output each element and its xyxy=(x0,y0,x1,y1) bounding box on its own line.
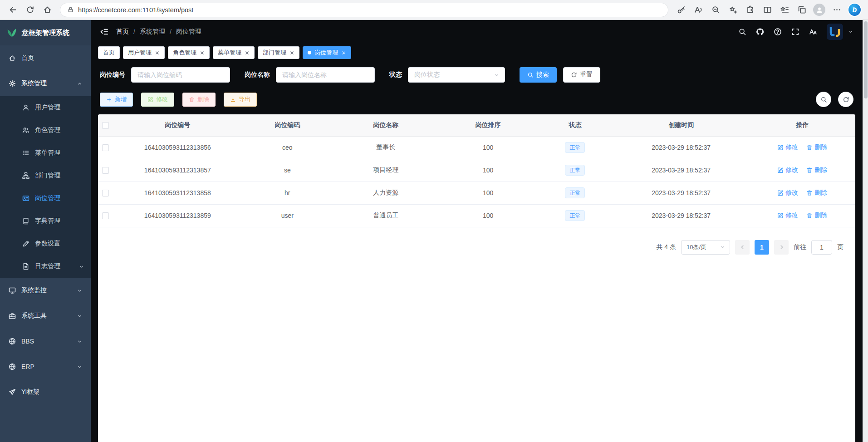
reset-button-icon xyxy=(571,72,577,78)
status-select[interactable]: 岗位状态 xyxy=(408,67,505,83)
reset-button[interactable]: 重置 xyxy=(563,67,600,83)
sidebar-item[interactable]: ERP xyxy=(0,354,91,379)
sidebar-item[interactable]: 系统管理 xyxy=(0,71,91,96)
tab-item[interactable]: 用户管理 xyxy=(123,46,165,59)
sidebar-item-label: 角色管理 xyxy=(35,126,60,134)
row-delete-button[interactable]: 删除 xyxy=(806,143,827,152)
goto-page-input[interactable] xyxy=(811,240,832,255)
tab-item[interactable]: 角色管理 xyxy=(168,46,210,59)
home-icon xyxy=(8,54,16,62)
close-icon[interactable] xyxy=(341,50,346,55)
back-icon[interactable] xyxy=(5,2,21,18)
row-edit-button[interactable]: 修改 xyxy=(777,211,798,220)
search-button[interactable]: 搜索 xyxy=(520,67,557,83)
edit-icon xyxy=(777,144,784,151)
sidebar-item[interactable]: 菜单管理 xyxy=(0,142,91,164)
row-checkbox[interactable] xyxy=(102,144,109,151)
help-icon[interactable] xyxy=(774,28,782,36)
favorites-bar-icon[interactable] xyxy=(776,2,793,18)
github-icon[interactable] xyxy=(756,28,764,36)
row-checkbox[interactable] xyxy=(102,167,109,174)
fullscreen-icon[interactable] xyxy=(791,28,799,36)
sidebar-item[interactable]: 首页 xyxy=(0,45,91,71)
font-size-icon[interactable] xyxy=(809,28,817,36)
toggle-search-button[interactable] xyxy=(816,92,831,107)
sidebar-item[interactable]: 字典管理 xyxy=(0,210,91,232)
export-button[interactable]: 导出 xyxy=(224,93,257,107)
page-size-select[interactable]: 10条/页 xyxy=(681,240,730,255)
sidebar-item[interactable]: 岗位管理 xyxy=(0,187,91,210)
post-name-input[interactable] xyxy=(276,67,375,83)
avatar-caret-icon[interactable] xyxy=(848,29,853,34)
row-delete-button[interactable]: 删除 xyxy=(806,189,827,197)
header-search-icon[interactable] xyxy=(738,28,746,36)
add-button[interactable]: 新增 xyxy=(100,93,133,107)
split-screen-icon[interactable] xyxy=(759,2,775,18)
breadcrumb-item[interactable]: 系统管理 xyxy=(140,28,165,36)
sidebar-item[interactable]: 参数设置 xyxy=(0,232,91,255)
close-icon[interactable] xyxy=(200,50,205,55)
tab-item[interactable]: 首页 xyxy=(98,46,120,59)
row-delete-button[interactable]: 删除 xyxy=(806,211,827,220)
prev-page-button[interactable] xyxy=(735,240,750,255)
sidebar-item[interactable]: 系统监控 xyxy=(0,278,91,303)
browser-profile-avatar[interactable] xyxy=(813,4,825,16)
collections-icon[interactable] xyxy=(794,2,810,18)
post-code-input[interactable] xyxy=(131,67,230,83)
read-aloud-icon[interactable] xyxy=(690,2,706,18)
password-key-icon[interactable] xyxy=(673,2,689,18)
bing-icon[interactable]: b xyxy=(848,4,861,16)
row-delete-label: 删除 xyxy=(814,211,827,220)
sidebar-item[interactable]: 系统工具 xyxy=(0,303,91,329)
cell-post-id: 1641030593112313856 xyxy=(113,136,242,159)
sidebar-item[interactable]: 用户管理 xyxy=(0,96,91,119)
sidebar-item[interactable]: Yi框架 xyxy=(0,379,91,405)
close-icon[interactable] xyxy=(289,50,294,55)
browser-menu-icon[interactable] xyxy=(829,2,845,18)
add-favorite-icon[interactable] xyxy=(725,2,741,18)
user-avatar[interactable] xyxy=(827,24,843,40)
breadcrumb-item[interactable]: 首页 xyxy=(116,28,129,36)
sidebar-item[interactable]: 部门管理 xyxy=(0,164,91,187)
delete-button[interactable]: 删除 xyxy=(182,93,216,107)
page-scrollbar[interactable] xyxy=(863,20,868,442)
zoom-icon[interactable] xyxy=(707,2,724,18)
home-icon[interactable] xyxy=(39,2,55,18)
row-checkbox[interactable] xyxy=(102,212,109,219)
trash-icon xyxy=(806,212,813,219)
breadcrumb: 首页/系统管理/岗位管理 xyxy=(116,28,201,36)
row-edit-label: 修改 xyxy=(785,211,798,220)
cell-post-sort: 100 xyxy=(439,182,537,204)
close-icon[interactable] xyxy=(155,50,160,55)
row-edit-button[interactable]: 修改 xyxy=(777,189,798,197)
trash-icon xyxy=(189,97,195,103)
column-header: 岗位名称 xyxy=(333,114,439,136)
edit-button[interactable]: 修改 xyxy=(141,93,174,107)
chevron-down-icon xyxy=(78,264,84,270)
page-1-button[interactable]: 1 xyxy=(755,240,769,255)
close-icon[interactable] xyxy=(245,50,250,55)
sidebar-item[interactable]: 日志管理 xyxy=(0,255,91,278)
cell-created-time: 2023-03-29 18:52:37 xyxy=(613,136,749,159)
select-caret-icon xyxy=(494,72,500,78)
select-all-checkbox[interactable] xyxy=(102,122,109,129)
next-page-button[interactable] xyxy=(774,240,789,255)
scrollbar-thumb[interactable] xyxy=(864,21,868,98)
sidebar-toggle-icon[interactable] xyxy=(100,27,109,36)
row-delete-button[interactable]: 删除 xyxy=(806,166,827,174)
status-label: 状态 xyxy=(389,71,402,79)
row-edit-button[interactable]: 修改 xyxy=(777,166,798,174)
row-checkbox[interactable] xyxy=(102,190,109,196)
extensions-icon[interactable] xyxy=(742,2,758,18)
address-bar[interactable]: https://ccnetcore.com:1101/system/post xyxy=(60,3,668,17)
tab-item[interactable]: 部门管理 xyxy=(258,46,299,59)
sidebar-item[interactable]: BBS xyxy=(0,329,91,354)
refresh-icon[interactable] xyxy=(22,2,38,18)
refresh-table-button[interactable] xyxy=(838,92,853,107)
column-header: 创建时间 xyxy=(613,114,749,136)
tab-item[interactable]: 岗位管理 xyxy=(303,46,351,59)
row-edit-button[interactable]: 修改 xyxy=(777,143,798,152)
sidebar-item[interactable]: 角色管理 xyxy=(0,119,91,142)
lock-icon xyxy=(67,6,74,13)
tab-item[interactable]: 菜单管理 xyxy=(213,46,255,59)
